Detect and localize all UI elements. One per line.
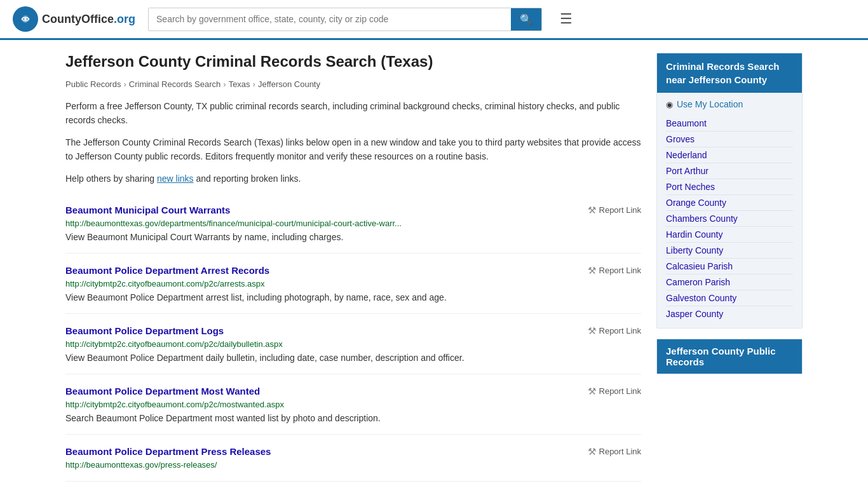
menu-button[interactable]: ☰: [555, 8, 578, 30]
result-url-3[interactable]: http://citybmtp2c.cityofbeaumont.com/p2c…: [65, 400, 641, 409]
result-header: Beaumont Municipal Court Warrants ⚒ Repo…: [65, 205, 641, 216]
sidebar: Criminal Records Search near Jefferson C…: [656, 53, 803, 482]
result-header: Beaumont Police Department Most Wanted ⚒…: [65, 386, 641, 397]
search-icon: 🔍: [520, 14, 532, 25]
report-link-button-4[interactable]: ⚒ Report Link: [588, 446, 641, 458]
result-title-0[interactable]: Beaumont Municipal Court Warrants: [65, 205, 230, 215]
logo[interactable]: CountyOffice.org: [13, 6, 135, 32]
report-link-label-1: Report Link: [599, 266, 641, 275]
report-link-label-4: Report Link: [599, 447, 641, 456]
sidebar-link-cameron-parish[interactable]: Cameron Parish: [666, 274, 793, 290]
result-url-4[interactable]: http://beaumonttexas.gov/press-releases/: [65, 460, 641, 470]
report-link-button-2[interactable]: ⚒ Report Link: [588, 325, 641, 337]
hamburger-icon: ☰: [560, 11, 573, 27]
logo-text: CountyOffice.org: [42, 13, 135, 26]
report-icon-3: ⚒: [588, 386, 596, 397]
sidebar-public-records-box: Jefferson County Public Records: [656, 339, 803, 374]
report-link-button-1[interactable]: ⚒ Report Link: [588, 265, 641, 276]
report-link-button-0[interactable]: ⚒ Report Link: [588, 205, 641, 216]
result-desc-3: Search Beaumont Police Department most w…: [65, 412, 641, 425]
header: CountyOffice.org 🔍 ☰: [0, 0, 868, 40]
sidebar-link-calcasieu-parish[interactable]: Calcasieu Parish: [666, 259, 793, 274]
result-header: Beaumont Police Department Press Release…: [65, 446, 641, 458]
sidebar-link-galveston-county[interactable]: Galveston County: [666, 290, 793, 306]
sidebar-nearby-box: Criminal Records Search near Jefferson C…: [656, 53, 803, 329]
result-item: Beaumont Police Department Most Wanted ⚒…: [65, 374, 641, 435]
search-bar: 🔍: [148, 8, 542, 31]
breadcrumb-public-records[interactable]: Public Records: [65, 79, 121, 89]
breadcrumb-texas[interactable]: Texas: [229, 79, 250, 89]
page-title: Jefferson County Criminal Records Search…: [65, 53, 641, 71]
desc3-post: and reporting broken links.: [194, 173, 301, 184]
search-input[interactable]: [149, 8, 511, 30]
sidebar-link-chambers-county[interactable]: Chambers County: [666, 211, 793, 227]
result-item: Beaumont Municipal Court Warrants ⚒ Repo…: [65, 193, 641, 254]
result-title-1[interactable]: Beaumont Police Department Arrest Record…: [65, 265, 269, 276]
report-link-label-3: Report Link: [599, 386, 641, 396]
sidebar-box2-title: Jefferson County Public Records: [657, 339, 802, 374]
result-title-2[interactable]: Beaumont Police Department Logs: [65, 325, 224, 336]
sidebar-link-beaumont[interactable]: Beaumont: [666, 116, 793, 132]
sidebar-link-hardin-county[interactable]: Hardin County: [666, 227, 793, 243]
description-1: Perform a free Jefferson County, TX publ…: [65, 99, 641, 128]
result-title-3[interactable]: Beaumont Police Department Most Wanted: [65, 386, 260, 396]
content-wrap: Jefferson County Criminal Records Search…: [53, 40, 815, 488]
description-3: Help others by sharing new links and rep…: [65, 172, 641, 186]
result-url-2[interactable]: http://citybmtp2c.cityofbeaumont.com/p2c…: [65, 339, 641, 349]
use-location-label: Use My Location: [677, 99, 743, 109]
sidebar-link-groves[interactable]: Groves: [666, 132, 793, 147]
new-links-link[interactable]: new links: [157, 173, 194, 184]
main-column: Jefferson County Criminal Records Search…: [65, 53, 641, 482]
sidebar-link-liberty-county[interactable]: Liberty County: [666, 243, 793, 259]
report-icon-2: ⚒: [588, 325, 596, 337]
logo-org: .org: [114, 13, 135, 25]
sidebar-link-orange-county[interactable]: Orange County: [666, 195, 793, 211]
result-header: Beaumont Police Department Logs ⚒ Report…: [65, 325, 641, 337]
result-desc-1: View Beaumont Police Department arrest l…: [65, 291, 641, 304]
svg-point-1: [24, 18, 27, 20]
report-icon-4: ⚒: [588, 446, 596, 458]
logo-icon: [13, 6, 38, 32]
breadcrumb-criminal-records-search[interactable]: Criminal Records Search: [129, 79, 221, 89]
breadcrumb-sep-3: ›: [253, 79, 255, 89]
report-link-button-3[interactable]: ⚒ Report Link: [588, 386, 641, 397]
report-icon-1: ⚒: [588, 265, 596, 276]
search-button[interactable]: 🔍: [511, 8, 541, 30]
breadcrumb: Public Records › Criminal Records Search…: [65, 79, 641, 89]
result-header: Beaumont Police Department Arrest Record…: [65, 265, 641, 276]
sidebar-box-content: ◉ Use My Location BeaumontGrovesNederlan…: [657, 93, 802, 328]
description-2: The Jefferson County Criminal Records Se…: [65, 135, 641, 164]
results-list: Beaumont Municipal Court Warrants ⚒ Repo…: [65, 193, 641, 482]
report-link-label-0: Report Link: [599, 205, 641, 215]
sidebar-links: BeaumontGrovesNederlandPort ArthurPort N…: [666, 116, 793, 322]
sidebar-link-nederland[interactable]: Nederland: [666, 147, 793, 163]
result-title-4[interactable]: Beaumont Police Department Press Release…: [65, 446, 271, 457]
result-item: Beaumont Police Department Arrest Record…: [65, 254, 641, 314]
result-desc-2: View Beaumont Police Department daily bu…: [65, 351, 641, 365]
result-url-0[interactable]: http://beaumonttexas.gov/departments/fin…: [65, 219, 641, 228]
breadcrumb-sep-1: ›: [123, 79, 126, 89]
sidebar-link-jasper-county[interactable]: Jasper County: [666, 306, 793, 322]
result-item: Beaumont Police Department Logs ⚒ Report…: [65, 314, 641, 374]
sidebar-link-port-neches[interactable]: Port Neches: [666, 179, 793, 195]
use-my-location-button[interactable]: ◉ Use My Location: [666, 99, 743, 109]
breadcrumb-jefferson-county[interactable]: Jefferson County: [258, 79, 320, 89]
pin-icon: ◉: [666, 100, 673, 109]
sidebar-link-port-arthur[interactable]: Port Arthur: [666, 163, 793, 179]
breadcrumb-sep-2: ›: [223, 79, 226, 89]
desc3-pre: Help others by sharing: [65, 173, 157, 184]
report-link-label-2: Report Link: [599, 326, 641, 336]
report-icon-0: ⚒: [588, 205, 596, 216]
sidebar-box-title: Criminal Records Search near Jefferson C…: [657, 53, 802, 93]
result-item: Beaumont Police Department Press Release…: [65, 435, 641, 482]
result-url-1[interactable]: http://citybmtp2c.cityofbeaumont.com/p2c…: [65, 279, 641, 288]
result-desc-0: View Beaumont Municipal Court Warrants b…: [65, 231, 641, 244]
